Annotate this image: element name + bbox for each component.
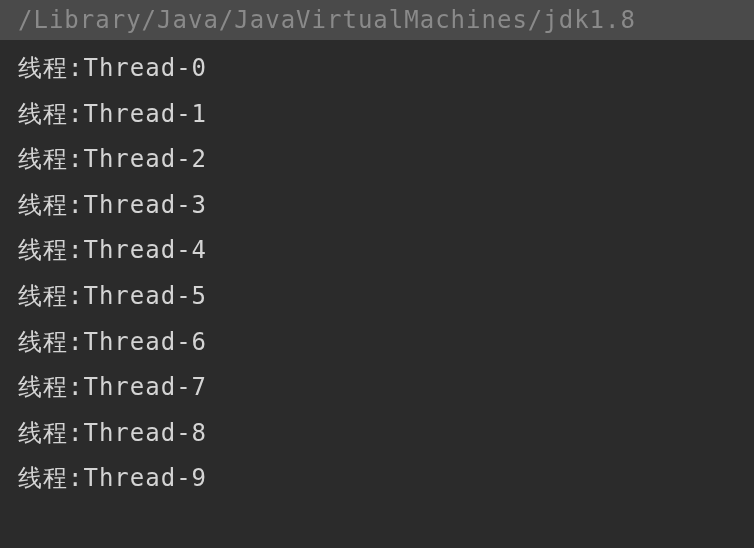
console-line: 线程:Thread-3 [18,183,736,229]
console-line: 线程:Thread-2 [18,137,736,183]
console-line: 线程:Thread-7 [18,365,736,411]
console-line: 线程:Thread-5 [18,274,736,320]
console-line: 线程:Thread-4 [18,228,736,274]
console-line: 线程:Thread-8 [18,411,736,457]
console-header-path: /Library/Java/JavaVirtualMachines/jdk1.8 [0,0,754,40]
console-line: 线程:Thread-1 [18,92,736,138]
console-line: 线程:Thread-0 [18,46,736,92]
console-line: 线程:Thread-6 [18,320,736,366]
console-line: 线程:Thread-9 [18,456,736,502]
console-output: 线程:Thread-0 线程:Thread-1 线程:Thread-2 线程:T… [0,40,754,508]
